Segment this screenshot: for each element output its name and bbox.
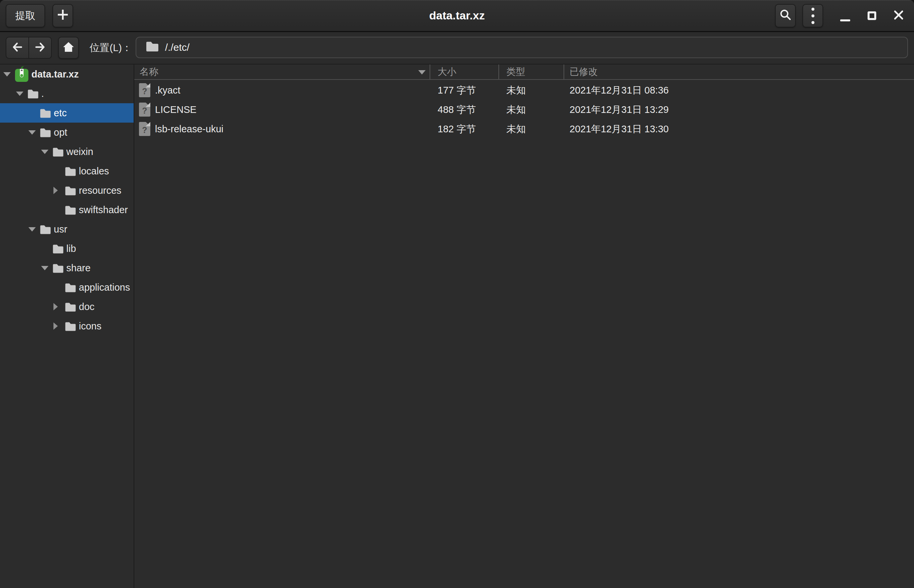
folder-icon [40,225,51,234]
maximize-button[interactable] [861,0,883,31]
plus-icon [57,8,69,23]
content-area: data.tar.xz.etcoptweixinlocalesresources… [0,65,914,588]
chevron-down-icon[interactable] [28,227,40,231]
chevron-down-icon[interactable] [3,72,15,76]
file-row-LICENSE[interactable]: ?LICENSE488 字节未知2021年12月31日 13:29 [134,100,914,119]
tree-item-label: data.tar.xz [31,69,79,80]
file-list-header: 名称 大小 类型 已修改 [134,65,914,80]
add-files-button[interactable] [52,4,73,27]
column-header-name[interactable]: 名称 [140,65,158,79]
column-header-type[interactable]: 类型 [506,65,525,79]
chevron-down-icon[interactable] [28,130,40,135]
navigation-toolbar: 位置(L)： /./etc/ [0,32,914,65]
tree-item-label: . [41,88,44,99]
folder-icon [52,244,64,254]
file-size: 488 字节 [438,100,476,119]
location-value: /./etc/ [165,42,189,53]
tree-item-label: lib [66,243,76,254]
archive-icon [15,66,29,82]
file-name: .kyact [155,81,180,100]
file-size: 177 字节 [438,81,476,100]
sort-descending-arrow-icon [418,70,426,74]
folder-icon [52,147,64,157]
folder-icon [65,302,76,312]
chevron-right-icon[interactable] [53,187,65,194]
search-icon [779,8,792,24]
extract-button[interactable]: 提取 [6,4,45,27]
home-button[interactable] [58,37,79,59]
tree-item-label: etc [54,108,67,119]
tree-item-weixin[interactable]: weixin [0,142,134,162]
column-resize-handle[interactable] [430,65,430,79]
unknown-file-icon: ? [139,83,150,97]
file-modified: 2021年12月31日 08:36 [570,81,669,100]
tree-item-lib[interactable]: lib [0,239,134,258]
headerbar: 提取 data.tar.xz [0,0,914,32]
folder-icon [65,166,76,176]
file-type: 未知 [506,119,526,139]
file-name: lsb-release-ukui [155,119,223,139]
tree-item-data.tar.xz[interactable]: data.tar.xz [0,65,134,84]
file-type: 未知 [506,81,526,100]
archive-tree: data.tar.xz.etcoptweixinlocalesresources… [0,65,134,588]
chevron-down-icon[interactable] [16,92,27,96]
file-list-rows: ?.kyact177 字节未知2021年12月31日 08:36?LICENSE… [134,81,914,139]
search-button[interactable] [775,4,796,27]
minimize-icon [840,19,850,21]
window-title: data.tar.xz [200,0,714,31]
file-row-.kyact[interactable]: ?.kyact177 字节未知2021年12月31日 08:36 [134,81,914,100]
tree-item-etc[interactable]: etc [0,103,134,123]
tree-item-icons[interactable]: icons [0,317,134,336]
back-button[interactable] [6,37,29,59]
file-row-lsb-release-ukui[interactable]: ?lsb-release-ukui182 字节未知2021年12月31日 13:… [134,119,914,139]
tree-item-label: resources [79,185,121,196]
chevron-right-icon[interactable] [53,303,65,310]
minimize-button[interactable] [835,0,856,31]
tree-item-usr[interactable]: usr [0,220,134,239]
tree-item-resources[interactable]: resources [0,181,134,200]
tree-item-label: swiftshader [79,205,128,215]
tree-item-applications[interactable]: applications [0,278,134,297]
tree-item-swiftshader[interactable]: swiftshader [0,200,134,220]
tree-item-opt[interactable]: opt [0,123,134,142]
maximize-icon [867,11,876,20]
folder-icon [65,283,76,292]
tree-item-dot[interactable]: . [0,84,134,103]
file-modified: 2021年12月31日 13:29 [570,100,669,119]
column-resize-handle[interactable] [499,65,499,79]
file-type: 未知 [506,100,526,119]
menu-button[interactable] [803,4,823,27]
tree-item-doc[interactable]: doc [0,297,134,317]
close-button[interactable] [888,0,909,31]
tree-item-locales[interactable]: locales [0,162,134,181]
column-resize-handle[interactable] [564,65,564,79]
header-underline [134,79,914,80]
folder-icon [65,186,76,195]
folder-icon [65,205,76,215]
extract-button-label: 提取 [15,9,36,23]
arrow-left-icon [11,41,24,55]
tree-item-label: weixin [66,146,94,157]
chevron-down-icon[interactable] [41,266,52,270]
column-header-modified[interactable]: 已修改 [570,65,597,79]
history-nav-group [6,37,52,59]
file-name: LICENSE [155,100,196,119]
arrow-right-icon [34,41,47,55]
menu-dots-icon [811,8,814,24]
file-modified: 2021年12月31日 13:30 [570,119,669,139]
column-header-size[interactable]: 大小 [438,65,456,79]
tree-item-share[interactable]: share [0,258,134,278]
chevron-right-icon[interactable] [53,322,65,330]
file-size: 182 字节 [438,119,476,139]
folder-icon [52,263,64,273]
tree-item-label: usr [54,224,67,235]
tree-item-label: icons [79,321,102,332]
tree-item-label: applications [79,282,130,293]
chevron-down-icon[interactable] [41,150,52,154]
file-list-panel: 名称 大小 类型 已修改 ?.kyact177 字节未知2021年12月31日 … [134,65,914,588]
folder-icon [27,89,39,99]
location-input[interactable]: /./etc/ [136,37,908,58]
close-icon [893,10,904,22]
forward-button[interactable] [29,37,52,59]
unknown-file-icon: ? [139,122,150,136]
